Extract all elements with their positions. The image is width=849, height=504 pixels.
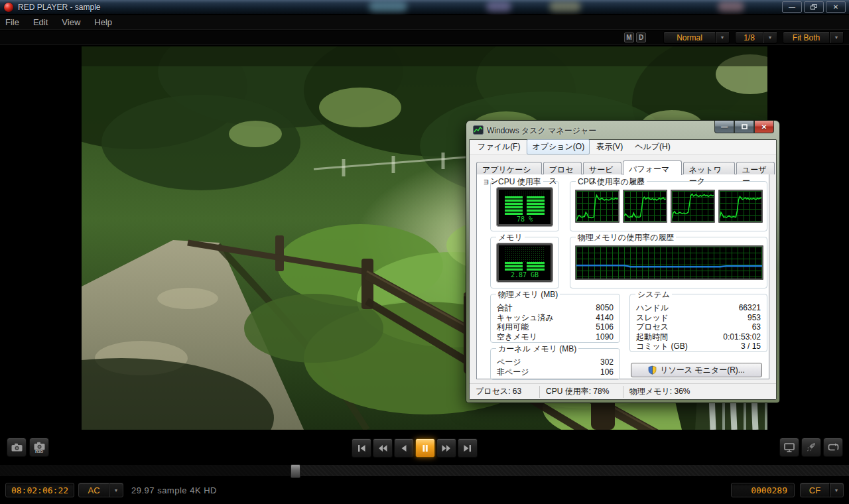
cpu-history-graph-2 [623, 190, 667, 223]
minimize-button[interactable]: — [782, 1, 802, 13]
rewind-button[interactable] [373, 438, 393, 458]
memory-group: メモリ 2.87 GB [490, 237, 559, 288]
menu-file[interactable]: File [5, 17, 19, 27]
tab-network[interactable]: ネットワーク [683, 162, 735, 174]
d-button[interactable]: D [636, 32, 646, 42]
stat-value: 953 [748, 313, 761, 323]
aero-reflection [486, 1, 511, 12]
system-title: システム [635, 289, 672, 300]
cpu-history-graph-3 [671, 190, 715, 223]
camera-icon [11, 443, 23, 452]
snapshot-r3d-button[interactable]: R3D [29, 438, 49, 457]
task-manager-window[interactable]: Windows タスク マネージャー — ✕ ファイル(F) オプション(O) … [466, 121, 779, 403]
tab-performance[interactable]: パフォーマンス [623, 160, 681, 175]
memory-history-title: 物理メモリの使用率の履歴 [576, 232, 676, 243]
chevron-down-icon: ▼ [829, 483, 843, 497]
tab-services[interactable]: サービス [583, 162, 621, 174]
pause-icon [421, 444, 430, 452]
tm-menu-file[interactable]: ファイル(F) [472, 139, 525, 155]
stat-row: ハンドル66321 [636, 303, 761, 313]
menu-edit[interactable]: Edit [33, 17, 48, 27]
media-source-value: CF [801, 483, 829, 497]
tab-processes[interactable]: プロセス [543, 162, 582, 174]
frame-counter-display[interactable]: 0000289 [731, 483, 795, 497]
playhead-handle[interactable] [291, 464, 300, 478]
stat-row: 利用可能5106 [497, 322, 614, 332]
tm-menu-view[interactable]: 表示(V) [591, 139, 628, 155]
cpu-usage-gauge: 78 % [497, 188, 553, 226]
loop-button[interactable] [823, 438, 843, 457]
chevron-down-icon: ▼ [109, 483, 123, 497]
fit-mode-dropdown[interactable]: Fit Both ▼ [783, 31, 844, 44]
zoom-ratio-value: 1/8 [736, 32, 763, 43]
close-button[interactable]: ✕ [826, 1, 846, 13]
clip-info-text: 29.97 sample 4K HD [131, 485, 217, 495]
menu-view[interactable]: View [62, 17, 80, 27]
tm-tab-strip: アプリケーション プロセス サービス パフォーマンス ネットワーク ユーザー [476, 160, 776, 174]
resource-monitor-button[interactable]: リソース モニター(R)... [631, 363, 762, 377]
snapshot-button[interactable] [7, 438, 27, 457]
task-manager-icon [473, 125, 484, 135]
stat-label: コミット (GB) [636, 342, 688, 351]
memory-title: メモリ [496, 232, 525, 243]
memory-history-graph [575, 245, 763, 280]
m-button[interactable]: M [624, 32, 634, 42]
zoom-ratio-dropdown[interactable]: 1/8 ▼ [735, 31, 777, 44]
timeline-scrubber[interactable] [0, 464, 849, 477]
menu-bar: File Edit View Help [0, 15, 849, 30]
red-player-window: RED PLAYER - sample — ✕ File Edit View H… [0, 0, 849, 504]
memory-history-group: 物理メモリの使用率の履歴 [570, 237, 767, 288]
stat-label: ハンドル [636, 303, 669, 313]
memory-gauge: 2.87 GB [497, 243, 553, 282]
last-frame-button[interactable] [458, 438, 478, 458]
stat-label: 起動時間 [636, 332, 668, 342]
stat-row: ページ302 [497, 357, 614, 367]
fit-mode-value: Fit Both [783, 32, 829, 43]
stat-label: スレッド [636, 313, 669, 323]
menu-help[interactable]: Help [94, 17, 112, 27]
task-manager-title-bar[interactable]: Windows タスク マネージャー — ✕ [469, 121, 777, 139]
transport-controls [352, 438, 478, 458]
fast-forward-icon [442, 444, 451, 452]
stat-value: 5106 [596, 322, 614, 332]
stat-row: キャッシュ済み4140 [497, 313, 614, 323]
pause-button[interactable] [415, 438, 435, 458]
timecode-display[interactable]: 08:02:06:22 [5, 483, 74, 497]
external-monitor-button[interactable] [779, 438, 799, 457]
media-source-dropdown[interactable]: CF ▼ [800, 483, 844, 497]
fast-forward-button[interactable] [436, 438, 456, 458]
tm-menu-help[interactable]: ヘルプ(H) [629, 139, 676, 155]
tm-status-bar: プロセス: 63 CPU 使用率: 78% 物理メモリ: 36% [470, 383, 776, 399]
system-group: システム ハンドル66321スレッド953プロセス63起動時間0:01:53:0… [629, 294, 767, 352]
first-frame-button[interactable] [352, 438, 371, 458]
tm-menu-bar: ファイル(F) オプション(O) 表示(V) ヘルプ(H) [470, 140, 776, 155]
tm-menu-options[interactable]: オプション(O) [527, 139, 590, 155]
stat-value: 63 [752, 322, 761, 332]
task-manager-title: Windows タスク マネージャー [487, 125, 596, 137]
view-mode-dropdown[interactable]: Normal ▼ [663, 31, 730, 44]
chevron-down-icon: ▼ [763, 32, 777, 43]
kernel-memory-title: カーネル メモリ (MB) [496, 344, 578, 355]
stat-value: 0:01:53:02 [723, 332, 761, 342]
step-back-button[interactable] [394, 438, 414, 458]
audio-channel-dropdown[interactable]: AC ▼ [78, 483, 123, 497]
stat-row: 空きメモリ1090 [497, 332, 614, 342]
last-frame-icon [463, 444, 472, 452]
tab-users[interactable]: ユーザー [736, 162, 775, 174]
cpu-usage-group: CPU 使用率 78 % [490, 181, 559, 231]
stat-row: スレッド953 [636, 313, 761, 323]
tab-applications[interactable]: アプリケーション [476, 162, 542, 174]
tm-maximize-button[interactable] [734, 121, 754, 133]
status-physical-memory: 物理メモリ: 36% [623, 386, 776, 398]
memory-value: 2.87 GB [499, 271, 551, 280]
tm-minimize-button[interactable]: — [714, 121, 734, 133]
stat-value: 8050 [596, 303, 614, 313]
cpu-history-graph-4 [718, 190, 763, 223]
rewind-icon [378, 444, 387, 452]
rocket-play-button[interactable] [801, 438, 821, 457]
stat-row: 合計8050 [497, 303, 614, 313]
stat-value: 66321 [739, 303, 761, 313]
tm-close-button[interactable]: ✕ [754, 121, 774, 133]
restore-button[interactable] [804, 1, 824, 13]
aero-reflection [549, 1, 581, 12]
